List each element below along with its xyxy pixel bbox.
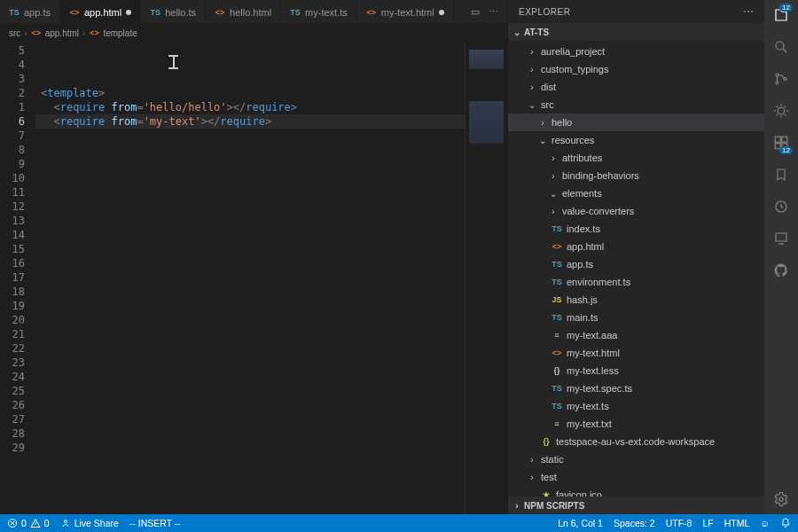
editor-tab[interactable]: TSapp.ts [0, 0, 60, 24]
tree-label: resources [552, 135, 594, 145]
editor-tab[interactable]: <>app.html [60, 0, 141, 24]
rail-generic-icon[interactable] [771, 229, 791, 248]
tree-label: testspace-au-vs-ext.code-workspace [556, 436, 715, 447]
code-line[interactable]: <require from='hello/hello'></require> [41, 100, 465, 114]
split-editor-icon[interactable]: ▭ [471, 6, 480, 18]
status-vim-mode: -- INSERT -- [129, 518, 181, 528]
status-bell-icon[interactable] [780, 518, 791, 528]
explorer-more-icon[interactable]: ⋯ [743, 5, 755, 18]
breadcrumb-segment[interactable]: template [103, 28, 137, 38]
breadcrumb-segment[interactable]: app.html [45, 28, 79, 38]
rail-generic-icon[interactable] [771, 197, 791, 216]
file-row[interactable]: TSmy-text.spec.ts [508, 379, 764, 397]
editor-tab[interactable]: TSmy-text.ts [281, 0, 357, 24]
folder-row[interactable]: ›binding-behaviors [508, 167, 764, 184]
explorer-project-header[interactable]: ⌄ AT-TS [508, 23, 764, 41]
status-language[interactable]: HTML [724, 518, 750, 528]
folder-row[interactable]: ⌄resources [508, 131, 764, 149]
tree-label: custom_typings [541, 64, 608, 74]
extensions-icon[interactable]: 12 [771, 133, 791, 153]
explorer-icon[interactable]: 12 [771, 5, 791, 25]
npm-scripts-header[interactable]: › NPM SCRIPTS [508, 497, 764, 514]
folder-row[interactable]: ⌄elements [508, 184, 764, 202]
file-row[interactable]: TSmain.ts [508, 309, 764, 326]
file-row[interactable]: ≡my-text.aaa [508, 326, 764, 344]
more-tabs-icon[interactable]: ⋯ [489, 6, 498, 18]
status-live-share[interactable]: Live Share [60, 518, 119, 528]
code-line[interactable]: <require from='my-text'></require> [41, 114, 465, 129]
file-type-icon: <> [552, 241, 562, 252]
editor-tab[interactable]: TShello.ts [141, 0, 206, 24]
code-area[interactable]: <template> <require from='hello/hello'><… [35, 41, 465, 514]
file-row[interactable]: ★favicon.ico [508, 486, 764, 497]
status-eol[interactable]: LF [702, 518, 713, 528]
status-encoding[interactable]: UTF-8 [666, 518, 692, 528]
status-feedback-icon[interactable]: ☺ [760, 518, 770, 528]
file-type-icon: <> [552, 348, 562, 358]
editor-tab[interactable]: <>my-text.html [357, 0, 454, 24]
debug-icon[interactable] [771, 101, 791, 121]
tab-label: app.html [84, 7, 121, 18]
file-row[interactable]: {}testspace-au-vs-ext.code-workspace [508, 433, 764, 450]
project-name: AT-TS [524, 27, 549, 37]
status-cursor-pos[interactable]: Ln 6, Col 1 [558, 518, 603, 528]
tree-label: my-text.ts [567, 401, 609, 411]
search-icon[interactable] [771, 37, 791, 57]
error-count: 0 [21, 518, 27, 528]
folder-row[interactable]: ›hello [508, 113, 764, 131]
file-row[interactable]: TSmy-text.ts [508, 397, 764, 415]
tab-bar: TSapp.ts<>app.htmlTShello.ts<>hello.html… [0, 0, 507, 25]
tree-label: elements [562, 188, 602, 199]
tree-label: main.ts [567, 312, 598, 323]
folder-row[interactable]: ›aurelia_project [508, 43, 764, 60]
editor-tab[interactable]: <>hello.html [206, 0, 281, 24]
folder-row[interactable]: ›attributes [508, 149, 764, 167]
tree-label: my-text.less [567, 365, 619, 376]
file-type-icon: <> [366, 7, 377, 18]
bookmark-icon[interactable] [771, 165, 791, 184]
file-row[interactable]: TSapp.ts [508, 255, 764, 273]
file-row[interactable]: ≡my-text.txt [508, 415, 764, 433]
text-cursor-icon [168, 55, 178, 69]
file-type-icon: TS [552, 277, 562, 287]
minimap[interactable] [465, 41, 507, 514]
file-type-icon: TS [552, 383, 562, 394]
warning-count: 0 [44, 518, 50, 528]
tree-label: attributes [562, 153, 602, 163]
file-row[interactable]: <>app.html [508, 238, 764, 255]
tree-label: binding-behaviors [562, 170, 639, 181]
folder-row[interactable]: ›value-converters [508, 202, 764, 220]
settings-gear-icon[interactable] [771, 489, 791, 509]
file-tree[interactable]: ›aurelia_project›custom_typings›dist⌄src… [508, 41, 764, 497]
folder-row[interactable]: ›static [508, 450, 764, 468]
status-bar: 0 0 Live Share -- INSERT -- Ln 6, Col 1 … [0, 514, 798, 532]
breadcrumb-sep: › [82, 28, 85, 38]
tree-label: hash.js [567, 294, 598, 305]
html-icon: <> [31, 27, 42, 38]
file-row[interactable]: {}my-text.less [508, 362, 764, 379]
breadcrumb-segment[interactable]: src [9, 28, 20, 38]
tree-label: value-converters [562, 206, 634, 216]
code-line[interactable]: <template> [41, 86, 465, 100]
folder-row[interactable]: ›test [508, 468, 764, 486]
breadcrumbs[interactable]: src › <> app.html › <> template [0, 25, 507, 41]
file-row[interactable]: TSindex.ts [508, 220, 764, 238]
github-icon[interactable] [771, 261, 791, 280]
folder-row[interactable]: ⌄src [508, 96, 764, 113]
status-indent[interactable]: Spaces: 2 [614, 518, 655, 528]
chevron-right-icon: › [528, 65, 536, 74]
tree-label: my-text.aaa [567, 330, 617, 340]
source-control-icon[interactable] [771, 69, 791, 89]
file-row[interactable]: JShash.js [508, 291, 764, 309]
tree-label: my-text.spec.ts [567, 383, 632, 394]
minimap-region [469, 101, 504, 144]
file-type-icon: TS [552, 223, 562, 234]
folder-row[interactable]: ›custom_typings [508, 60, 764, 78]
file-type-icon: TS [552, 401, 562, 411]
tab-bar-actions: ▭ ⋯ [462, 0, 507, 24]
status-errors[interactable]: 0 0 [7, 518, 50, 528]
editor-body[interactable]: 5432167891011121314151617181920212223242… [0, 41, 507, 514]
file-row[interactable]: TSenvironment.ts [508, 273, 764, 291]
folder-row[interactable]: ›dist [508, 78, 764, 96]
file-row[interactable]: <>my-text.html [508, 344, 764, 362]
